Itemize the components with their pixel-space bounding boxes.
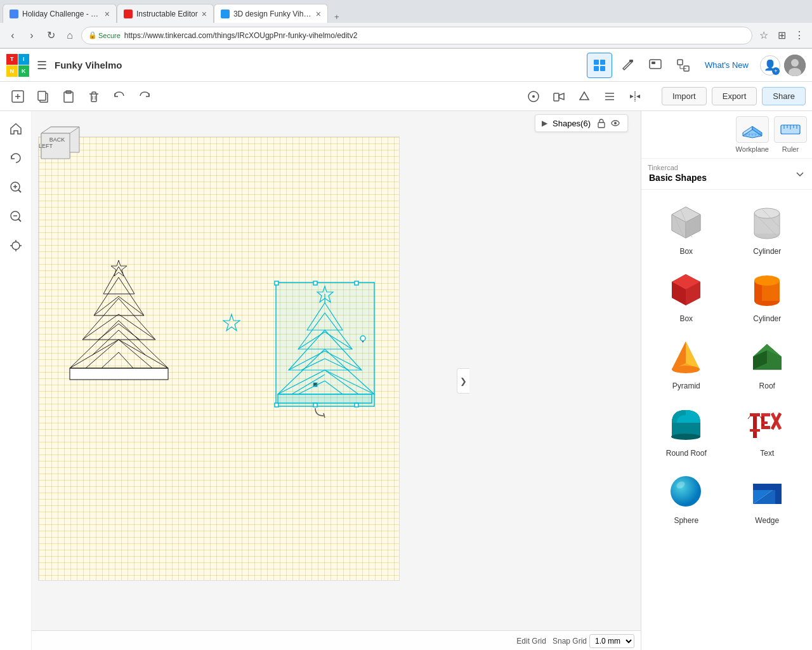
svg-rect-7 — [678, 60, 683, 65]
svg-point-166 — [671, 476, 701, 507]
app: T I N K ☰ Funky Vihelmo — [0, 49, 812, 650]
shape-item-box-red[interactable]: Box — [646, 262, 726, 328]
shape-item-box-wire[interactable]: Box — [646, 195, 726, 261]
shape-item-cylinder-orange[interactable]: Cylinder — [728, 262, 808, 328]
address-bar[interactable]: 🔒 Secure https://www.tinkercad.com/thing… — [81, 27, 752, 44]
view-buttons — [522, 85, 646, 108]
home-view-icon — [527, 90, 540, 103]
svg-line-164 — [748, 416, 750, 419]
shapes-panel-toggle[interactable]: ▶ Shapes(6) — [535, 114, 628, 132]
home-icon — [9, 122, 23, 136]
shape-item-text[interactable]: Text — [728, 397, 808, 463]
svg-rect-25 — [554, 93, 559, 101]
more-button[interactable]: ⋮ — [792, 28, 807, 43]
canvas-area[interactable]: BACK LEFT — [32, 111, 641, 650]
tab-instructable[interactable]: Instructable Editor × — [117, 4, 214, 23]
layers-button[interactable] — [643, 53, 668, 78]
shape-item-cylinder-wire[interactable]: Cylinder — [728, 195, 808, 261]
redo-button[interactable] — [133, 85, 156, 108]
snap-grid-control: Snap Grid 1.0 mm 0.5 mm 2.0 mm — [553, 634, 634, 648]
reload-button[interactable]: ↻ — [43, 28, 58, 43]
add-user-button[interactable]: 👤 + — [760, 55, 780, 76]
tab-holiday[interactable]: Holiday Challenge - Mr... × — [3, 4, 117, 23]
paste-button[interactable] — [57, 85, 80, 108]
grid-canvas[interactable] — [38, 136, 400, 581]
delete-button[interactable] — [82, 85, 105, 108]
home-view-button[interactable] — [522, 85, 545, 108]
back-button[interactable]: ‹ — [5, 28, 20, 43]
share-button[interactable]: Share — [762, 87, 806, 105]
new-shape-button[interactable] — [6, 85, 29, 108]
svg-rect-159 — [761, 426, 770, 429]
svg-rect-154 — [750, 413, 760, 416]
snap-grid-select[interactable]: 1.0 mm 0.5 mm 2.0 mm — [589, 634, 634, 648]
bookmark-button[interactable]: ☆ — [756, 28, 771, 43]
tab-bar: Holiday Challenge - Mr... × Instructable… — [0, 0, 812, 23]
svg-point-153 — [671, 434, 700, 440]
ruler-tool[interactable]: Ruler — [774, 116, 807, 153]
mirror-button[interactable] — [624, 85, 646, 108]
rotate-btn[interactable] — [4, 147, 27, 169]
zoom-in-btn[interactable] — [4, 176, 27, 199]
home-button[interactable]: ⌂ — [62, 28, 77, 43]
gallery-view-button[interactable] — [587, 53, 612, 78]
svg-rect-6 — [652, 62, 655, 64]
tab-close-3[interactable]: × — [316, 9, 321, 19]
shape-item-roof[interactable]: Roof — [728, 329, 808, 395]
export-button[interactable]: Export — [712, 87, 757, 105]
nav-extras: ☆ ⊞ ⋮ — [756, 28, 807, 43]
lock-icon — [596, 117, 607, 129]
grouping-button[interactable] — [671, 53, 696, 78]
library-dropdown-button[interactable]: Basic Shapes — [648, 171, 708, 184]
orientation-cube[interactable]: BACK LEFT — [38, 117, 92, 171]
grid-icon — [593, 58, 606, 72]
box-wire-label: Box — [679, 247, 693, 256]
forward-button[interactable]: › — [24, 28, 39, 43]
logo-n: N — [6, 65, 18, 77]
perspective-button[interactable] — [573, 85, 596, 108]
chevron-right-icon: ❯ — [460, 376, 467, 386]
extensions-button[interactable]: ⊞ — [774, 28, 789, 43]
ruler-label: Ruler — [782, 145, 799, 153]
shape-item-round-roof[interactable]: Round Roof — [646, 397, 726, 463]
shapes-toggle-arrow: ▶ — [542, 119, 547, 128]
workplane-tool[interactable]: Workplane — [736, 116, 769, 153]
svg-marker-27 — [580, 92, 589, 100]
text-shape-icon — [745, 402, 789, 446]
sphere-svg — [665, 471, 707, 512]
undo-button[interactable] — [108, 85, 131, 108]
shape-item-wedge[interactable]: Wedge — [728, 464, 808, 530]
sphere-icon — [664, 469, 709, 514]
svg-rect-2 — [594, 66, 599, 71]
tools-button[interactable] — [615, 53, 640, 78]
action-buttons: Import Export Share — [662, 87, 806, 105]
copy-button[interactable] — [32, 85, 55, 108]
shape-item-sphere[interactable]: Sphere — [646, 464, 726, 530]
edit-grid-label[interactable]: Edit Grid — [516, 637, 546, 646]
sphere-label: Sphere — [674, 516, 698, 525]
svg-point-143 — [754, 275, 780, 286]
zoom-out-icon — [9, 209, 23, 223]
import-button[interactable]: Import — [662, 87, 707, 105]
tab-favicon-3 — [221, 10, 230, 18]
cube-svg: BACK LEFT — [38, 117, 92, 171]
align-button[interactable] — [598, 85, 621, 108]
home-btn[interactable] — [4, 117, 27, 140]
whats-new-button[interactable]: What's New — [698, 60, 755, 70]
tab-close-2[interactable]: × — [202, 9, 207, 19]
collapse-panel-button[interactable]: ❯ — [457, 368, 469, 394]
perspective-icon — [577, 90, 591, 103]
svg-line-37 — [18, 190, 21, 192]
user-avatar — [784, 55, 806, 76]
tab-close-1[interactable]: × — [105, 9, 110, 19]
svg-point-147 — [672, 366, 700, 373]
fit-btn[interactable] — [4, 234, 27, 257]
snap-grid-label: Snap Grid — [553, 637, 587, 646]
tab-tinkercad[interactable]: 3D design Funky Vihelm... × — [214, 4, 328, 23]
zoom-out-btn[interactable] — [4, 205, 27, 228]
camera-button[interactable] — [547, 85, 570, 108]
round-roof-svg — [665, 404, 707, 445]
shape-item-pyramid[interactable]: Pyramid — [646, 329, 726, 395]
hamburger-menu-button[interactable]: ☰ — [34, 56, 49, 75]
new-tab-button[interactable]: + — [331, 10, 343, 23]
